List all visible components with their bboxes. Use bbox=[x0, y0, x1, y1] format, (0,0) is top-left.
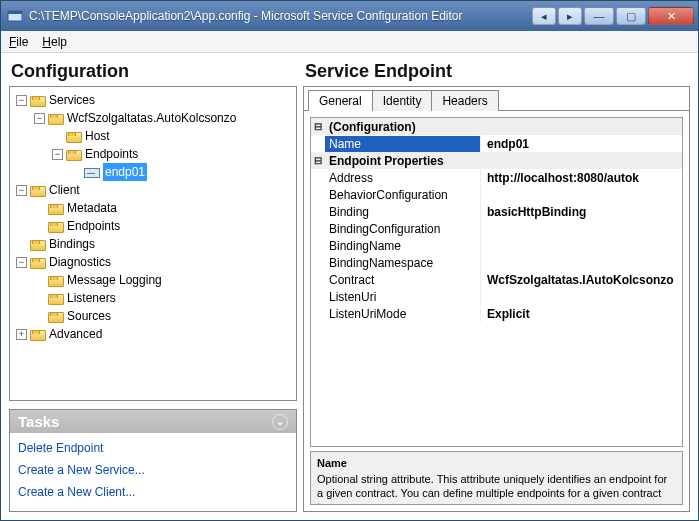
tasks-header[interactable]: Tasks ⌄ bbox=[10, 410, 296, 433]
tree-advanced[interactable]: +Advanced bbox=[14, 325, 294, 343]
folder-icon bbox=[48, 294, 64, 305]
tree-message-logging[interactable]: ·Message Logging bbox=[32, 271, 294, 289]
tree-endp01[interactable]: ·endp01 bbox=[68, 163, 294, 181]
help-name: Name bbox=[317, 456, 676, 470]
tree-bindings[interactable]: ·Bindings bbox=[14, 235, 294, 253]
folder-icon bbox=[30, 186, 46, 197]
endpoint-panel: General Identity Headers ⊟(Configuration… bbox=[303, 86, 690, 512]
tabstrip: General Identity Headers bbox=[303, 86, 690, 110]
tree-host[interactable]: ·Host bbox=[50, 127, 294, 145]
tab-identity[interactable]: Identity bbox=[372, 90, 433, 111]
tree-service-node[interactable]: −WcfSzolgaltatas.AutoKolcsonzo bbox=[32, 109, 294, 127]
service-endpoint-title: Service Endpoint bbox=[303, 61, 690, 86]
right-column: Service Endpoint General Identity Header… bbox=[303, 61, 690, 512]
window-buttons: ◂ ▸ — ▢ ✕ bbox=[532, 7, 694, 25]
pg-row-behavior-configuration[interactable]: BehaviorConfiguration bbox=[311, 186, 682, 203]
tree-sources[interactable]: ·Sources bbox=[32, 307, 294, 325]
pg-row-listen-uri-mode[interactable]: ListenUriMode Explicit bbox=[311, 305, 682, 322]
content-area: Configuration −Services −WcfSzolgaltatas… bbox=[1, 53, 698, 520]
task-delete-endpoint[interactable]: Delete Endpoint bbox=[18, 437, 288, 459]
folder-icon bbox=[48, 276, 64, 287]
left-column: Configuration −Services −WcfSzolgaltatas… bbox=[9, 61, 297, 512]
folder-icon bbox=[30, 330, 46, 341]
app-window: C:\TEMP\ConsoleApplication2\App.config -… bbox=[0, 0, 699, 521]
help-description: Optional string attribute. This attribut… bbox=[317, 473, 667, 505]
pg-row-name[interactable]: Name bbox=[311, 135, 682, 152]
pg-row-binding-name[interactable]: BindingName bbox=[311, 237, 682, 254]
tasks-title: Tasks bbox=[18, 413, 59, 430]
name-input[interactable] bbox=[487, 137, 676, 151]
pg-row-address[interactable]: Address http://localhost:8080/autok bbox=[311, 169, 682, 186]
tree-services[interactable]: −Services bbox=[14, 91, 294, 109]
folder-icon bbox=[48, 204, 64, 215]
property-grid[interactable]: ⊟(Configuration) Name ⊟Endpoint Properti… bbox=[310, 117, 683, 447]
pg-category-endpoint-properties[interactable]: ⊟Endpoint Properties bbox=[311, 152, 682, 169]
window-title: C:\TEMP\ConsoleApplication2\App.config -… bbox=[29, 9, 532, 23]
pg-row-binding-namespace[interactable]: BindingNamespace bbox=[311, 254, 682, 271]
menu-file[interactable]: File bbox=[9, 35, 28, 49]
maximize-button[interactable]: ▢ bbox=[616, 7, 646, 25]
pg-row-binding[interactable]: Binding basicHttpBinding bbox=[311, 203, 682, 220]
tree-diagnostics[interactable]: −Diagnostics bbox=[14, 253, 294, 271]
tree-endpoints[interactable]: −Endpoints bbox=[50, 145, 294, 163]
tasks-panel: Tasks ⌄ Delete Endpoint Create a New Ser… bbox=[9, 409, 297, 512]
menu-help[interactable]: Help bbox=[42, 35, 67, 49]
svg-rect-1 bbox=[8, 11, 22, 14]
menubar: File Help bbox=[1, 31, 698, 53]
tree-listeners[interactable]: ·Listeners bbox=[32, 289, 294, 307]
tab-headers[interactable]: Headers bbox=[431, 90, 498, 111]
collapse-icon[interactable]: ⊟ bbox=[311, 121, 325, 132]
folder-icon bbox=[66, 132, 82, 143]
tab-panel-general: ⊟(Configuration) Name ⊟Endpoint Properti… bbox=[303, 110, 690, 512]
configuration-tree[interactable]: −Services −WcfSzolgaltatas.AutoKolcsonzo… bbox=[12, 91, 294, 343]
folder-icon bbox=[48, 114, 64, 125]
app-icon bbox=[7, 8, 23, 24]
endpoint-icon bbox=[84, 168, 100, 178]
folder-icon bbox=[30, 240, 46, 251]
tree-metadata[interactable]: ·Metadata bbox=[32, 199, 294, 217]
prev-button[interactable]: ◂ bbox=[532, 7, 556, 25]
folder-icon bbox=[30, 96, 46, 107]
tasks-body: Delete Endpoint Create a New Service... … bbox=[10, 433, 296, 511]
tab-general[interactable]: General bbox=[308, 90, 373, 111]
folder-icon bbox=[48, 312, 64, 323]
tree-client[interactable]: −Client bbox=[14, 181, 294, 199]
pg-row-contract[interactable]: Contract WcfSzolgaltatas.IAutoKolcsonzo bbox=[311, 271, 682, 288]
close-button[interactable]: ✕ bbox=[648, 7, 694, 25]
pg-row-listen-uri[interactable]: ListenUri bbox=[311, 288, 682, 305]
tree-client-endpoints[interactable]: ·Endpoints bbox=[32, 217, 294, 235]
folder-icon bbox=[48, 222, 64, 233]
next-button[interactable]: ▸ bbox=[558, 7, 582, 25]
property-help-box: Name Optional string attribute. This att… bbox=[310, 451, 683, 505]
folder-icon bbox=[30, 258, 46, 269]
folder-icon bbox=[66, 150, 82, 161]
task-new-client[interactable]: Create a New Client... bbox=[18, 481, 288, 503]
pg-row-binding-configuration[interactable]: BindingConfiguration bbox=[311, 220, 682, 237]
task-new-service[interactable]: Create a New Service... bbox=[18, 459, 288, 481]
pg-category-configuration[interactable]: ⊟(Configuration) bbox=[311, 118, 682, 135]
chevron-down-icon[interactable]: ⌄ bbox=[272, 414, 288, 430]
minimize-button[interactable]: — bbox=[584, 7, 614, 25]
configuration-title: Configuration bbox=[9, 61, 297, 86]
titlebar[interactable]: C:\TEMP\ConsoleApplication2\App.config -… bbox=[1, 1, 698, 31]
collapse-icon[interactable]: ⊟ bbox=[311, 155, 325, 166]
configuration-tree-panel: −Services −WcfSzolgaltatas.AutoKolcsonzo… bbox=[9, 86, 297, 401]
